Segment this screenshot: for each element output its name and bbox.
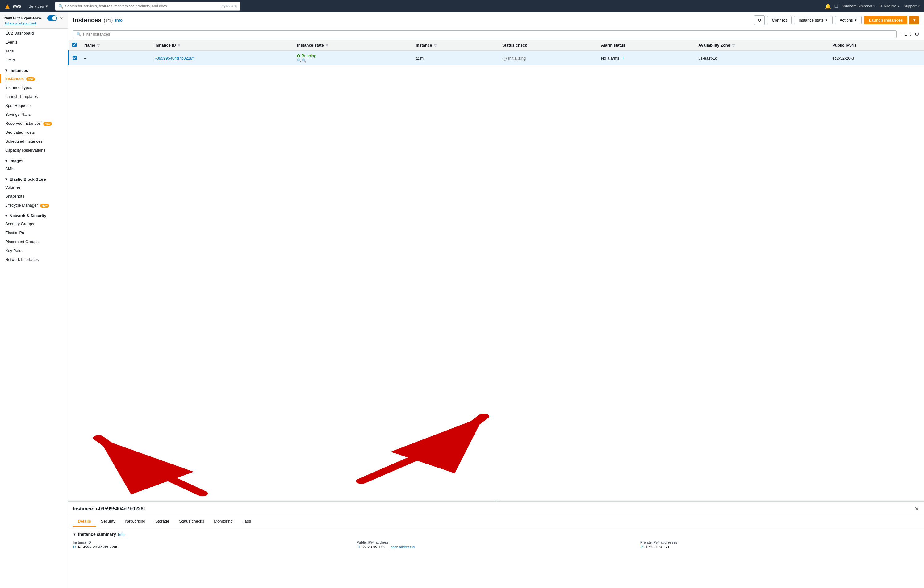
terminal-icon[interactable]: □ bbox=[835, 3, 838, 9]
az-sort-icon: ▽ bbox=[732, 44, 735, 47]
col-public-ipv4[interactable]: Public IPv4 I bbox=[828, 40, 924, 51]
filter-input-wrap[interactable]: 🔍 bbox=[73, 30, 896, 38]
sidebar-item-volumes[interactable]: Volumes bbox=[0, 183, 68, 192]
sidebar-item-lifecycle-manager[interactable]: Lifecycle Manager New bbox=[0, 201, 68, 210]
sidebar-item-instances[interactable]: Instances New bbox=[0, 74, 68, 83]
launch-dropdown-button[interactable]: ▼ bbox=[909, 16, 919, 25]
sidebar-item-reserved-instances[interactable]: Reserved Instances New bbox=[0, 119, 68, 128]
section-ebs[interactable]: ▼ Elastic Block Store bbox=[0, 173, 68, 183]
copy-private-ipv4-icon[interactable]: 🗋 bbox=[640, 545, 644, 549]
actions-caret: ▼ bbox=[854, 18, 857, 22]
select-all-header[interactable] bbox=[69, 40, 81, 51]
global-search[interactable]: 🔍 [Option+S] bbox=[55, 2, 240, 10]
zoom-icons[interactable]: 🔍🔍 bbox=[297, 58, 306, 63]
sidebar-item-snapshots[interactable]: Snapshots bbox=[0, 192, 68, 201]
support-menu[interactable]: Support ▼ bbox=[904, 4, 920, 8]
images-section-label: Images bbox=[10, 159, 23, 163]
sidebar-item-ec2-dashboard[interactable]: EC2 Dashboard bbox=[0, 29, 68, 38]
copy-public-ipv4-icon[interactable]: 🗋 bbox=[356, 545, 361, 549]
col-instance-state[interactable]: Instance state ▽ bbox=[293, 40, 412, 51]
status-check-value: ◯ Initializing bbox=[502, 56, 594, 61]
tab-monitoring[interactable]: Monitoring bbox=[209, 516, 238, 527]
services-menu[interactable]: Services ▼ bbox=[26, 3, 51, 10]
info-link[interactable]: Info bbox=[115, 18, 122, 23]
filter-input[interactable] bbox=[83, 32, 893, 36]
sidebar-item-amis[interactable]: AMIs bbox=[0, 164, 68, 173]
sidebar-item-key-pairs[interactable]: Key Pairs bbox=[0, 246, 68, 255]
col-status-check[interactable]: Status check bbox=[498, 40, 597, 51]
open-address-link[interactable]: open address ⧉ bbox=[391, 545, 415, 549]
row-name: – bbox=[81, 51, 151, 66]
tab-storage[interactable]: Storage bbox=[150, 516, 175, 527]
col-instance-type[interactable]: Instance ▽ bbox=[412, 40, 498, 51]
nav-right: 🔔 □ Abraham Simpson ▼ N. Virginia ▼ Supp… bbox=[825, 3, 920, 9]
instance-id-value: i-095995404d7b0228f bbox=[78, 545, 117, 549]
row-checkbox-cell[interactable] bbox=[69, 51, 81, 66]
col-instance-id[interactable]: Instance ID ▽ bbox=[151, 40, 293, 51]
col-name[interactable]: Name ▽ bbox=[81, 40, 151, 51]
instance-id-link[interactable]: i-095995404d7b0228f bbox=[154, 56, 193, 61]
sidebar-item-limits[interactable]: Limits bbox=[0, 56, 68, 64]
sidebar-item-tags[interactable]: Tags bbox=[0, 46, 68, 56]
field-instance-id-label: Instance ID bbox=[73, 540, 351, 544]
col-alarm-status[interactable]: Alarm status bbox=[597, 40, 695, 51]
sidebar-item-events[interactable]: Events bbox=[0, 38, 68, 46]
network-section-label: Network & Security bbox=[10, 213, 46, 218]
instances-section-label: Instances bbox=[10, 68, 28, 73]
row-instance-id[interactable]: i-095995404d7b0228f bbox=[151, 51, 293, 66]
ebs-section-label: Elastic Block Store bbox=[10, 177, 46, 182]
tab-security[interactable]: Security bbox=[96, 516, 120, 527]
sidebar-item-placement-groups[interactable]: Placement Groups bbox=[0, 237, 68, 246]
sidebar-item-spot-requests[interactable]: Spot Requests bbox=[0, 101, 68, 110]
sidebar-item-instance-types[interactable]: Instance Types bbox=[0, 83, 68, 92]
section-network[interactable]: ▼ Network & Security bbox=[0, 210, 68, 219]
sidebar-item-scheduled-instances[interactable]: Scheduled Instances bbox=[0, 137, 68, 146]
sidebar-item-security-groups[interactable]: Security Groups bbox=[0, 219, 68, 228]
tab-details[interactable]: Details bbox=[73, 516, 96, 527]
refresh-button[interactable]: ↻ bbox=[754, 15, 765, 25]
launch-instances-button[interactable]: Launch instances bbox=[864, 16, 908, 25]
launch-caret-icon: ▼ bbox=[912, 18, 916, 23]
region-menu[interactable]: N. Virginia ▼ bbox=[879, 4, 900, 8]
sidebar-item-elastic-ips[interactable]: Elastic IPs bbox=[0, 228, 68, 237]
sidebar-item-savings-plans[interactable]: Savings Plans bbox=[0, 110, 68, 119]
table-row[interactable]: – i-095995404d7b0228f Running 🔍🔍 t2.m bbox=[69, 51, 924, 66]
copy-instance-id-icon[interactable]: 🗋 bbox=[73, 545, 77, 549]
tab-networking[interactable]: Networking bbox=[120, 516, 150, 527]
section-images[interactable]: ▼ Images bbox=[0, 155, 68, 164]
detail-grid: Instance ID 🗋 i-095995404d7b0228f Public… bbox=[73, 540, 919, 549]
field-instance-id: Instance ID 🗋 i-095995404d7b0228f bbox=[73, 540, 351, 549]
instances-table-wrap: Name ▽ Instance ID ▽ Instance state ▽ In… bbox=[68, 40, 924, 500]
connect-button[interactable]: Connect bbox=[767, 16, 791, 25]
user-menu[interactable]: Abraham Simpson ▼ bbox=[841, 4, 876, 8]
instance-state-button[interactable]: Instance state ▼ bbox=[794, 16, 833, 25]
col-az[interactable]: Availability Zone ▽ bbox=[695, 40, 828, 51]
aws-logo[interactable]: ▲ aws bbox=[4, 2, 21, 10]
actions-button[interactable]: Actions ▼ bbox=[835, 16, 862, 25]
sidebar-item-capacity-reservations[interactable]: Capacity Reservations bbox=[0, 146, 68, 155]
instances-table: Name ▽ Instance ID ▽ Instance state ▽ In… bbox=[68, 40, 924, 66]
summary-info-link[interactable]: Info bbox=[118, 532, 125, 537]
sidebar-item-network-interfaces[interactable]: Network Interfaces bbox=[0, 255, 68, 264]
select-all-checkbox[interactable] bbox=[72, 43, 77, 47]
row-state: Running 🔍🔍 bbox=[293, 51, 412, 66]
prev-page-button[interactable]: ‹ bbox=[899, 31, 903, 37]
sidebar-item-launch-templates[interactable]: Launch Templates bbox=[0, 92, 68, 101]
feedback-link[interactable]: Tell us what you think bbox=[4, 21, 37, 25]
search-input[interactable] bbox=[65, 4, 219, 8]
summary-section-header: ▼ Instance summary Info bbox=[73, 532, 919, 537]
row-checkbox[interactable] bbox=[73, 56, 77, 60]
notifications-icon[interactable]: 🔔 bbox=[825, 3, 831, 9]
table-settings-icon[interactable]: ⚙ bbox=[915, 31, 919, 37]
section-instances[interactable]: ▼ Instances bbox=[0, 64, 68, 74]
add-alarm-button[interactable]: + bbox=[622, 55, 625, 61]
field-public-ipv4-label: Public IPv4 address bbox=[356, 540, 635, 544]
detail-close-button[interactable]: ✕ bbox=[914, 505, 919, 512]
tab-tags[interactable]: Tags bbox=[238, 516, 256, 527]
next-page-button[interactable]: › bbox=[909, 31, 913, 37]
experience-switch[interactable] bbox=[47, 15, 57, 21]
experience-close[interactable]: ✕ bbox=[59, 16, 63, 21]
instance-detail-panel: Instance: i-095995404d7b0228f ✕ Details … bbox=[68, 502, 924, 588]
sidebar-item-dedicated-hosts[interactable]: Dedicated Hosts bbox=[0, 128, 68, 137]
tab-status-checks[interactable]: Status checks bbox=[174, 516, 209, 527]
